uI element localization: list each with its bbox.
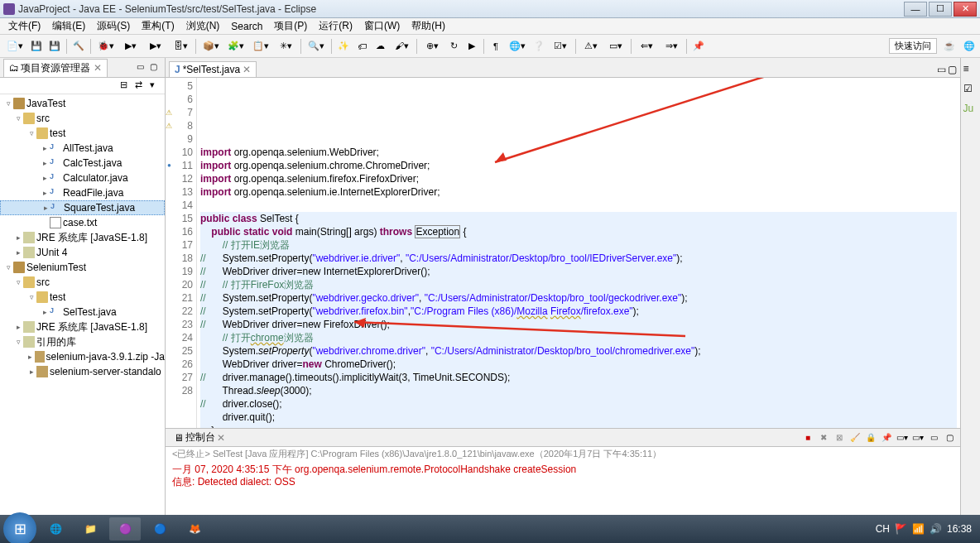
refresh-button[interactable]: ↻ [445,38,462,55]
clear-console-icon[interactable]: 🧹 [848,431,862,444]
menu-item[interactable]: 源码(S) [92,17,135,35]
tab-close-icon[interactable]: ✕ [94,62,102,74]
web-button[interactable]: 🌐▾ [506,38,529,55]
tray-sound-icon[interactable]: 🔊 [930,523,942,535]
tree-node[interactable]: ▿src [0,275,165,290]
task-eclipse[interactable]: 🟣 [109,517,141,541]
pin-console-icon[interactable]: 📌 [879,431,894,444]
tree-node[interactable]: ▸JAllTest.java [0,141,165,156]
tree-node[interactable]: ▸JRE 系统库 [JavaSE-1.8] [0,320,165,334]
wand-button[interactable]: ✨ [335,38,352,55]
tree-node[interactable]: ▸selenium-java-3.9.1.zip -Ja [0,349,165,364]
menu-item[interactable]: 帮助(H) [406,17,450,35]
todo-button[interactable]: ☑▾ [549,38,572,55]
task-icon[interactable]: ☑ [963,83,978,98]
start-button[interactable]: ⊞ [3,512,36,543]
tab-close-icon[interactable]: ✕ [217,432,225,444]
new-button[interactable]: 📄▾ [3,38,26,55]
tree-node[interactable]: ▿SeleniumTest [0,260,165,275]
tree-node[interactable]: ▸JReadFile.java [0,185,165,200]
new-java-button[interactable]: 📦▾ [199,38,223,55]
remove-all-icon[interactable]: ⊠ [832,431,847,444]
pin-button[interactable]: 📌 [690,38,707,55]
term-button[interactable]: ▭▾ [604,38,627,55]
perspective-ee[interactable]: 🌐 [962,39,977,54]
minimize-view-icon[interactable]: ▭ [137,62,148,74]
tree-node[interactable]: ▸JSquareTest.java [0,200,165,215]
quick-access[interactable]: 快速访问 [889,38,937,54]
tree-node[interactable]: ▸JCalcTest.java [0,156,165,171]
display-select-icon[interactable]: ▭▾ [895,431,910,444]
console-max-icon[interactable]: ▢ [942,431,957,444]
menu-item[interactable]: Search [226,19,267,34]
remove-launch-icon[interactable]: ✖ [816,431,831,444]
minimize-button[interactable]: — [904,2,927,17]
terminate-icon[interactable]: ■ [800,431,815,444]
cloud-button[interactable]: ☁ [372,38,388,55]
help-button[interactable]: ❔ [531,38,547,55]
tray-time[interactable]: 16:38 [947,523,972,535]
tree-node[interactable]: ▿JavaTest [0,96,165,111]
junit-icon[interactable]: Ju [963,103,978,118]
menu-item[interactable]: 文件(F) [3,17,46,35]
tree-node[interactable]: ▸JCalculator.java [0,171,165,185]
tray-flag-icon[interactable]: 🚩 [895,523,907,535]
server-button[interactable]: 🗄▾ [169,38,192,55]
para-button[interactable]: ¶ [488,38,504,55]
tab-close-icon[interactable]: ✕ [243,64,251,75]
tray-network-icon[interactable]: 📶 [912,523,925,535]
task-explorer[interactable]: 📁 [74,517,106,541]
project-tree[interactable]: ▿JavaTest▿src▿test▸JAllTest.java▸JCalcTe… [0,94,165,523]
forward-button[interactable]: ⇒▾ [660,38,683,55]
new-ann-button[interactable]: 📋▾ [249,38,272,55]
tree-node[interactable]: ▿引用的库 [0,334,165,349]
save-button[interactable]: 💾 [28,38,45,55]
task-chrome[interactable]: 🔵 [144,517,175,541]
menu-item[interactable]: 窗口(W) [359,17,405,35]
menu-item[interactable]: 重构(T) [137,17,179,35]
code-editor[interactable]: 5678910111213141516171819202122232425262… [166,78,960,428]
tree-node[interactable]: ▿src [0,111,165,126]
tray-ime[interactable]: CH [876,523,890,535]
link-editor-icon[interactable]: ⇄ [135,79,147,91]
warn-button[interactable]: ⚠▾ [579,38,603,55]
tree-node[interactable]: ▸JRE 系统库 [JavaSE-1.8] [0,230,165,245]
new-misc-button[interactable]: ✳▾ [274,38,297,55]
console-output[interactable]: 一月 07, 2020 4:35:15 下午 org.openqa.seleni… [166,462,960,523]
view-menu-icon[interactable]: ▾ [150,79,161,91]
perspective-java[interactable]: ☕ [942,39,957,54]
project-explorer-tab[interactable]: 🗂 项目资源管理器 ✕ [3,59,108,77]
back-button[interactable]: ⇐▾ [635,38,658,55]
editor-min-icon[interactable]: ▭ [937,64,946,75]
tree-node[interactable]: ▸JUnit 4 [0,245,165,260]
editor-max-icon[interactable]: ▢ [948,64,957,75]
save-all-button[interactable]: 💾 [46,38,63,55]
tree-node[interactable]: ▿test [0,126,165,141]
new-class-button[interactable]: 🧩▾ [224,38,247,55]
debug-button[interactable]: 🐞▾ [94,38,118,55]
build-button[interactable]: 🔨 [70,38,87,55]
menu-item[interactable]: 运行(R) [314,17,358,35]
maximize-button[interactable]: ☐ [929,2,952,17]
scroll-lock-icon[interactable]: 🔒 [863,431,878,444]
nav-button[interactable]: ⊕▾ [420,38,444,55]
tag-button[interactable]: 🏷 [353,38,370,55]
collapse-all-icon[interactable]: ⊟ [120,79,132,91]
open-console-icon[interactable]: ▭▾ [910,431,925,444]
tree-node[interactable]: case.txt [0,215,165,230]
task-ie[interactable]: 🌐 [40,517,71,541]
menu-item[interactable]: 编辑(E) [47,17,90,35]
close-button[interactable]: ✕ [954,2,977,17]
play-button[interactable]: ▶ [464,38,480,55]
maximize-view-icon[interactable]: ▢ [150,62,161,74]
console-min-icon[interactable]: ▭ [926,431,941,444]
tree-node[interactable]: ▸selenium-server-standalo [0,364,165,379]
outline-icon[interactable]: ≡ [963,63,978,78]
run-ext-button[interactable]: ▶▾ [144,38,167,55]
tree-node[interactable]: ▿test [0,290,165,305]
menu-item[interactable]: 浏览(N) [181,17,225,35]
paint-button[interactable]: 🖌▾ [390,38,413,55]
tree-node[interactable]: ▸JSelTest.java [0,305,165,320]
task-firefox[interactable]: 🦊 [179,517,210,541]
run-button[interactable]: ▶▾ [119,38,142,55]
